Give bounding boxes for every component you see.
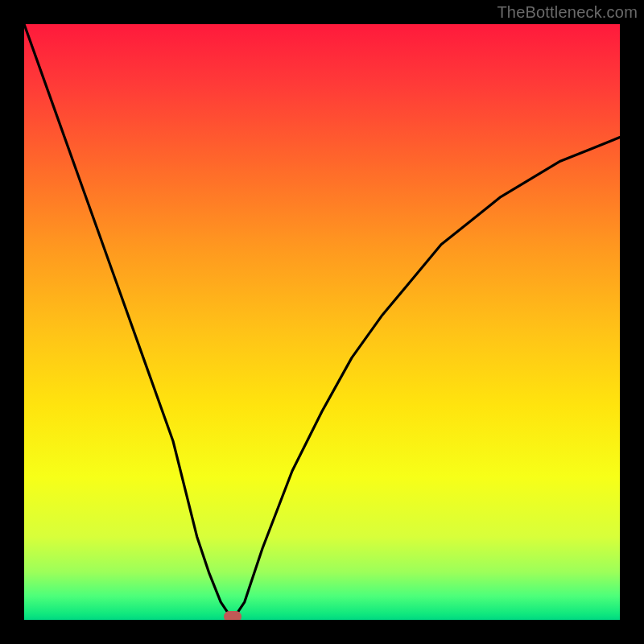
- curve-path: [24, 24, 620, 620]
- chart-frame: TheBottleneck.com: [0, 0, 644, 644]
- optimal-point-marker: [224, 611, 242, 620]
- bottleneck-curve: [24, 24, 620, 620]
- plot-area: [24, 24, 620, 620]
- watermark-text: TheBottleneck.com: [497, 3, 638, 22]
